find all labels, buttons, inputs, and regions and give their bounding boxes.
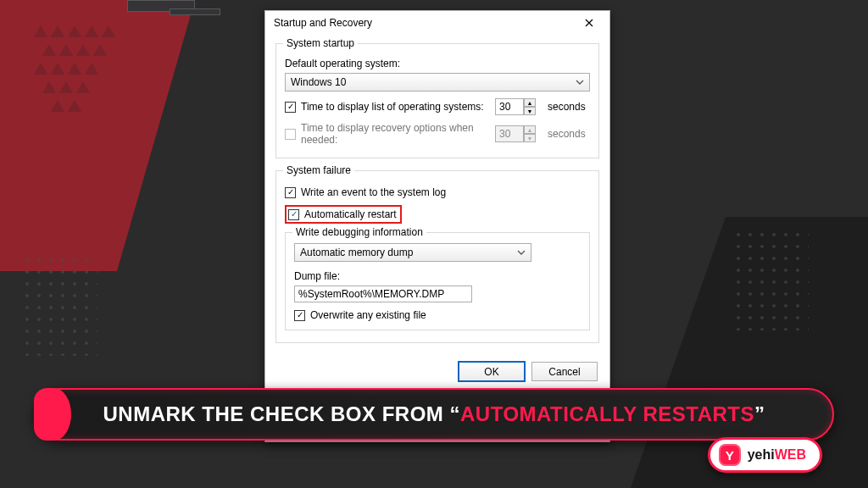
startup-recovery-dialog: Startup and Recovery System startup Defa… xyxy=(264,10,610,442)
dialog-buttons: OK Cancel xyxy=(265,353,609,390)
write-event-row: Write an event to the system log xyxy=(285,186,590,198)
banner-prefix: UNMARK THE CHECK BOX FROM “ xyxy=(103,402,460,425)
debug-info-subgroup: Write debugging information Automatic me… xyxy=(285,232,590,330)
system-failure-legend: System failure xyxy=(283,164,354,176)
auto-restart-label: Automatically restart xyxy=(304,208,397,220)
auto-restart-row: Automatically restart xyxy=(285,205,590,224)
system-startup-group: System startup Default operating system:… xyxy=(275,43,599,158)
dialog-body: System startup Default operating system:… xyxy=(265,35,609,353)
system-startup-legend: System startup xyxy=(283,37,358,49)
close-button[interactable] xyxy=(577,11,601,35)
system-failure-group: System failure Write an event to the sys… xyxy=(275,170,599,343)
time-recovery-checkbox[interactable] xyxy=(285,129,296,140)
banner-accent: AUTOMATICALLY RESTARTS xyxy=(460,402,754,425)
badge-text-right: WEB xyxy=(775,447,806,462)
write-event-checkbox[interactable] xyxy=(285,187,296,198)
time-recovery-down: ▼ xyxy=(524,134,536,142)
debug-info-legend: Write debugging information xyxy=(292,226,426,238)
auto-restart-checkbox[interactable] xyxy=(288,209,299,220)
time-recovery-up: ▲ xyxy=(524,125,536,134)
close-icon xyxy=(585,19,593,27)
bg-dots-left xyxy=(21,254,97,356)
badge-text: yehiWEB xyxy=(748,447,806,463)
overwrite-label: Overwrite any existing file xyxy=(310,309,426,321)
dialog-title: Startup and Recovery xyxy=(274,17,372,29)
dump-type-combo[interactable]: Automatic memory dump xyxy=(294,243,531,262)
default-os-combo[interactable]: Windows 10 xyxy=(285,73,590,92)
yehiweb-badge: Y yehiWEB xyxy=(708,437,822,473)
ok-button[interactable]: OK xyxy=(459,362,525,381)
bg-tri-pattern xyxy=(34,25,153,136)
dump-type-value: Automatic memory dump xyxy=(300,247,413,258)
overwrite-checkbox[interactable] xyxy=(294,310,305,321)
time-list-checkbox[interactable] xyxy=(285,102,296,113)
banner-text: UNMARK THE CHECK BOX FROM “AUTOMATICALLY… xyxy=(103,402,765,426)
time-recovery-label: Time to display recovery options when ne… xyxy=(301,122,490,146)
chevron-down-icon xyxy=(517,248,526,257)
banner-knob xyxy=(34,388,71,441)
time-list-up[interactable]: ▲ xyxy=(524,98,536,107)
time-list-spinner[interactable]: ▲ ▼ xyxy=(495,98,536,115)
badge-icon: Y xyxy=(719,444,741,466)
bg-dots-right xyxy=(732,229,809,330)
time-list-row: Time to display list of operating system… xyxy=(285,98,590,115)
chevron-down-icon xyxy=(576,78,584,86)
cancel-button[interactable]: Cancel xyxy=(531,362,598,381)
dump-file-label: Dump file: xyxy=(294,270,581,282)
time-recovery-row: Time to display recovery options when ne… xyxy=(285,122,590,146)
time-list-input[interactable] xyxy=(495,98,524,115)
default-os-label: Default operating system: xyxy=(285,58,590,69)
time-list-down[interactable]: ▼ xyxy=(524,107,536,115)
time-list-label: Time to display list of operating system… xyxy=(301,101,484,113)
badge-text-left: yehi xyxy=(748,447,775,462)
write-event-label: Write an event to the system log xyxy=(301,186,446,198)
banner-suffix: ” xyxy=(754,402,765,425)
time-list-unit: seconds xyxy=(548,101,590,113)
time-recovery-unit: seconds xyxy=(548,128,590,140)
bg-ghost-rect-2 xyxy=(170,8,220,15)
auto-restart-highlight: Automatically restart xyxy=(285,205,402,224)
time-recovery-spinner: ▲ ▼ xyxy=(495,125,536,142)
titlebar: Startup and Recovery xyxy=(265,11,609,35)
dump-file-input[interactable] xyxy=(294,286,472,302)
overwrite-row: Overwrite any existing file xyxy=(294,309,581,321)
time-recovery-input xyxy=(495,125,524,142)
instruction-banner: UNMARK THE CHECK BOX FROM “AUTOMATICALLY… xyxy=(34,388,834,441)
badge-icon-glyph: Y xyxy=(726,448,734,463)
default-os-value: Windows 10 xyxy=(291,76,346,88)
